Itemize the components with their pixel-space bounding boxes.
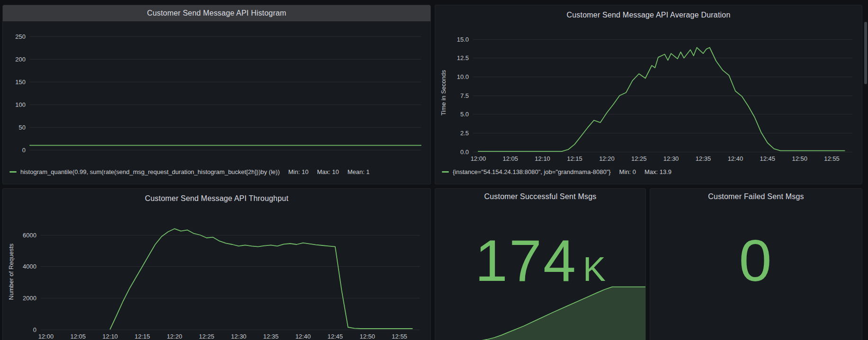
y-axis-tick-label: 200	[15, 56, 26, 63]
panel-successful-msgs-title[interactable]: Customer Successful Sent Msgs	[435, 189, 645, 201]
y-axis-tick-label: 2.5	[460, 130, 469, 137]
x-axis-tick-label: 12:30	[231, 333, 247, 340]
legend-max-value: Max: 13.9	[644, 168, 671, 175]
x-axis-tick-label: 12:40	[728, 155, 743, 162]
avg_duration-svg: 0.02.55.07.510.012.515.012:0012:0512:101…	[447, 28, 857, 166]
grafana-dashboard: Customer Send Message API Histogram 0501…	[0, 0, 868, 340]
panel-histogram-header[interactable]: Customer Send Message API Histogram	[3, 5, 430, 21]
success_sparkline-svg	[435, 286, 645, 340]
x-axis-tick-label: 12:55	[824, 155, 840, 162]
y-axis-tick-label: 100	[15, 101, 26, 108]
successful-msgs-sparkline[interactable]	[435, 286, 645, 340]
x-axis-tick-label: 12:25	[199, 333, 215, 340]
x-axis-tick-label: 12:00	[38, 333, 54, 340]
x-axis-tick-label: 12:35	[696, 155, 711, 162]
x-axis-tick-label: 12:05	[70, 333, 86, 340]
avg-duration-chart[interactable]: 0.02.55.07.510.012.515.012:0012:0512:101…	[447, 28, 857, 166]
panel-throughput: Customer Send Message API Throughput Num…	[2, 188, 431, 340]
series-line[interactable]	[478, 48, 845, 152]
y-axis-tick-label: 4000	[23, 263, 36, 270]
panel-failed-msgs-title[interactable]: Customer Failed Sent Msgs	[650, 189, 862, 201]
x-axis-tick-label: 12:35	[263, 333, 279, 340]
y-axis-tick-label: 150	[15, 78, 26, 86]
page-scrollbar-thumb[interactable]	[864, 22, 867, 84]
legend-series-label[interactable]: histogram_quantile(0.99, sum(rate(send_m…	[20, 168, 280, 175]
panel-successful-msgs: Customer Successful Sent Msgs 174 K	[435, 188, 646, 340]
x-axis-tick-label: 12:40	[295, 333, 311, 340]
x-axis-tick-label: 12:55	[392, 333, 407, 340]
legend-series-label[interactable]: {instance="54.154.24.138:8080", job="gra…	[453, 168, 611, 175]
avg-duration-legend: {instance="54.154.24.138:8080", job="gra…	[442, 168, 858, 175]
stat-display: 174 K	[435, 231, 645, 290]
y-axis-tick-label: 10.0	[457, 73, 469, 80]
legend-min-value: Min: 10	[288, 168, 309, 175]
throughput-svg: 020004000600012:0012:0512:1012:1512:2012…	[14, 211, 426, 340]
y-axis-tick-label: 7.5	[460, 92, 469, 99]
x-axis-tick-label: 12:00	[471, 155, 486, 162]
legend-series-swatch	[442, 171, 449, 173]
y-axis-tick-label: 2000	[23, 295, 36, 302]
stat-display: 0	[650, 231, 862, 290]
x-axis-tick-label: 12:10	[102, 333, 118, 340]
x-axis-tick-label: 12:45	[760, 155, 776, 162]
x-axis-tick-label: 12:05	[502, 155, 518, 162]
y-axis-tick-label: 0.0	[460, 148, 469, 156]
panel-avg-duration: Customer Send Message API Average Durati…	[435, 5, 862, 184]
y-axis-tick-label: 12.5	[457, 54, 469, 61]
successful-msgs-unit: K	[583, 252, 606, 286]
failed-msgs-value: 0	[739, 231, 773, 290]
series-area	[435, 287, 645, 340]
x-axis-tick-label: 12:50	[359, 333, 375, 340]
y-axis-tick-label: 6000	[23, 232, 36, 239]
x-axis-tick-label: 12:25	[631, 155, 647, 162]
y-axis-label: Number of Requests	[8, 244, 15, 300]
panel-histogram: Customer Send Message API Histogram 0501…	[2, 5, 431, 184]
x-axis-tick-label: 12:15	[134, 333, 150, 340]
x-axis-tick-label: 12:50	[792, 155, 807, 162]
y-axis-tick-label: 50	[19, 124, 26, 131]
y-axis-tick-label: 250	[15, 33, 26, 40]
legend-series-swatch	[9, 171, 17, 173]
x-axis-tick-label: 12:15	[567, 155, 582, 162]
legend-min-value: Min: 0	[619, 168, 636, 175]
y-axis-tick-label: 0	[22, 147, 26, 154]
throughput-chart[interactable]: 020004000600012:0012:0512:1012:1512:2012…	[14, 211, 426, 340]
x-axis-tick-label: 12:30	[663, 155, 679, 162]
y-axis-tick-label: 0	[33, 326, 36, 333]
y-axis-label: Time in Seconds	[440, 70, 447, 115]
successful-msgs-value: 174	[475, 231, 577, 290]
x-axis-tick-label: 12:45	[328, 333, 343, 340]
y-axis-tick-label: 5.0	[460, 111, 469, 118]
x-axis-tick-label: 12:20	[599, 155, 615, 162]
histogram-svg: 050100150200250	[4, 24, 427, 157]
series-line[interactable]	[110, 229, 412, 329]
page-scrollbar[interactable]	[864, 0, 868, 340]
histogram-chart[interactable]: 050100150200250	[4, 24, 427, 157]
legend-max-value: Max: 10	[317, 168, 339, 175]
panel-throughput-title[interactable]: Customer Send Message API Throughput	[3, 189, 430, 203]
legend-mean-value: Mean: 1	[348, 168, 370, 175]
histogram-legend: histogram_quantile(0.99, sum(rate(send_m…	[9, 168, 427, 175]
y-axis-tick-label: 15.0	[457, 36, 469, 43]
panel-avg-duration-title[interactable]: Customer Send Message API Average Durati…	[435, 5, 862, 19]
panel-failed-msgs: Customer Failed Sent Msgs 0	[650, 188, 862, 340]
x-axis-tick-label: 12:20	[167, 333, 182, 340]
x-axis-tick-label: 12:10	[535, 155, 550, 162]
panel-histogram-title[interactable]: Customer Send Message API Histogram	[3, 5, 430, 21]
